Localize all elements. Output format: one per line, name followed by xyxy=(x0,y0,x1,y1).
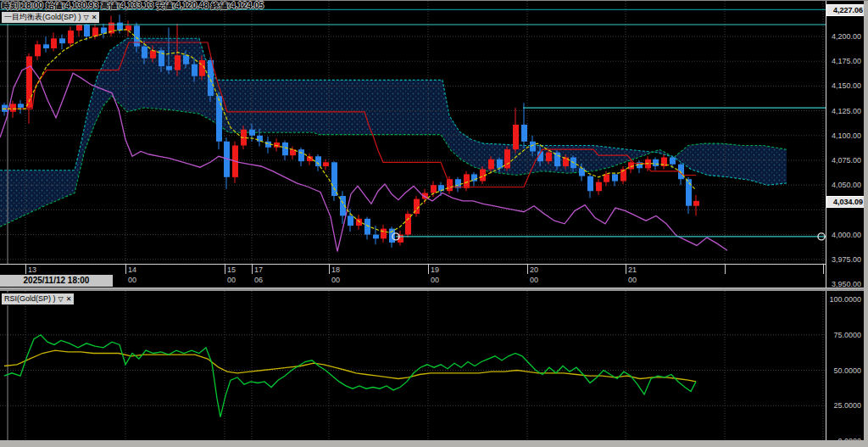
price-axis-label: 3,975.00 xyxy=(826,255,861,264)
date-tick xyxy=(125,265,126,274)
main-indicator-label-box[interactable]: 一目均衡表(Gold(SP) ) ▽ ✕ xyxy=(1,11,100,24)
date-axis-label: 14 xyxy=(128,265,136,274)
rsi-gridlines xyxy=(0,291,826,440)
time-axis-label: 00 xyxy=(628,276,637,284)
date-axis-label: 18 xyxy=(331,265,340,274)
price-axis-label: 4,100.00 xyxy=(826,131,861,140)
rsi-indicator-title: RSI(Gold(SP) ) xyxy=(4,293,56,305)
date-axis-label: 15 xyxy=(227,265,236,274)
price-axis-label: 4,050.00 xyxy=(826,181,861,189)
high-price-badge: 4,227.06 xyxy=(826,4,865,16)
date-axis-label: 17 xyxy=(254,265,263,274)
time-axis-label: 00 xyxy=(530,276,538,284)
current-price-badge: 4,034.09 xyxy=(826,196,865,208)
price-axis-label: 4,200.00 xyxy=(826,32,861,41)
date-tick xyxy=(626,265,626,274)
rsi-axis-label: 75.0000 xyxy=(826,331,861,339)
date-tick xyxy=(225,265,225,274)
date-tick xyxy=(527,265,528,274)
trading-app-window: 時刻:18:00 始値:4,130.93 高値:4,133.13 安値:4,12… xyxy=(0,0,868,447)
date-tick xyxy=(25,265,26,274)
date-axis-row[interactable]: 1314151718192021 xyxy=(0,265,826,275)
ichimoku-cloud xyxy=(0,38,787,226)
price-axis-label: 4,075.00 xyxy=(826,156,861,165)
window-bottom-edge xyxy=(0,440,868,447)
close-panel-icon[interactable]: ✕ xyxy=(92,12,97,23)
rsi-lines xyxy=(4,335,696,417)
date-tick xyxy=(823,265,824,274)
window-right-edge xyxy=(864,1,868,447)
rsi-axis-label: 50.0000 xyxy=(826,366,861,375)
rsi-axis-label: 100.0000 xyxy=(826,295,861,304)
rsi-chart-canvas[interactable] xyxy=(0,291,826,440)
date-axis-label: 21 xyxy=(628,265,637,274)
rsi-axis-label: 25.0000 xyxy=(826,401,861,410)
time-axis-label: 00 xyxy=(431,276,439,284)
date-tick xyxy=(428,265,429,274)
price-axis-label: 4,000.00 xyxy=(826,231,861,239)
ohlc-info-bar: 時刻:18:00 始値:4,130.93 高値:4,133.13 安値:4,12… xyxy=(2,0,264,12)
main-chart-canvas[interactable] xyxy=(0,1,826,264)
time-axis-label: 00 xyxy=(331,276,340,284)
date-axis-label: 20 xyxy=(530,265,538,274)
time-axis-label: 00 xyxy=(128,276,136,284)
rsi-indicator-label-box[interactable]: RSI(Gold(SP) ) ▽ ✕ xyxy=(1,293,75,305)
price-axis-label: 4,175.00 xyxy=(826,57,861,65)
date-tick xyxy=(252,265,253,274)
price-axis-label: 4,150.00 xyxy=(826,81,861,90)
close-panel-icon[interactable]: ✕ xyxy=(66,293,72,305)
price-axis[interactable]: 4,227.06 4,034.09 4,200.004,175.004,150.… xyxy=(826,1,864,440)
date-axis-label: 19 xyxy=(431,265,439,274)
date-axis-label: 13 xyxy=(28,265,36,274)
collapse-panel-icon[interactable]: ▽ xyxy=(58,293,64,305)
price-axis-label: 4,125.00 xyxy=(826,107,861,115)
panel-splitter[interactable] xyxy=(0,288,864,291)
time-axis-label: 06 xyxy=(254,276,263,284)
date-tick xyxy=(725,265,726,274)
time-axis-label: 00 xyxy=(227,276,236,284)
cursor-timestamp-box: 2025/11/12 18:00 xyxy=(0,275,113,287)
main-indicator-title: 一目均衡表(Gold(SP) ) xyxy=(4,12,81,23)
collapse-panel-icon[interactable]: ▽ xyxy=(84,12,89,23)
time-axis-row[interactable]: 00000600000000 xyxy=(0,275,826,287)
date-tick xyxy=(329,265,330,274)
